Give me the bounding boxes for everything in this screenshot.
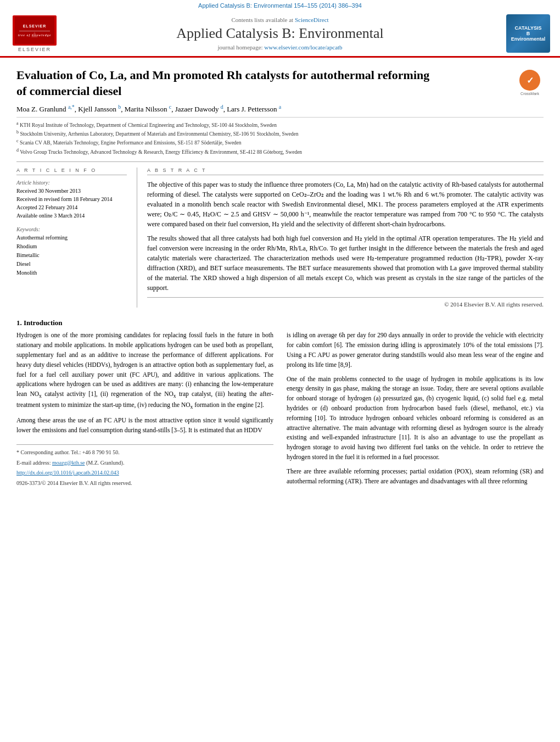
- footnotes-section: * Corresponding author. Tel.: +46 8 790 …: [16, 444, 273, 487]
- received-date: Received 30 November 2013 Received in re…: [16, 187, 127, 220]
- body-para-1: Hydrogen is one of the more promising ca…: [16, 331, 273, 411]
- elsevier-label: ELSEVIER: [18, 47, 51, 52]
- author-dawody: Jazaer Dawody d,: [175, 105, 227, 113]
- copyright-line: © 2014 Elsevier B.V. All rights reserved…: [147, 297, 544, 308]
- keyword-3: Bimetallic: [16, 251, 127, 260]
- article-body: 1. Introduction Hydrogen is one of the m…: [0, 313, 560, 496]
- abstract-column: A B S T R A C T The objective of this pa…: [137, 168, 544, 308]
- keywords-label: Keywords:: [16, 226, 127, 232]
- authors-line: Moa Z. Granlund a,*, Kjell Jansson b, Ma…: [16, 103, 544, 113]
- affiliation-b: b Stockholm University, Arrhenius Labora…: [16, 129, 544, 138]
- footnote-corresponding: * Corresponding author. Tel.: +46 8 790 …: [16, 448, 273, 457]
- journal-header: ELSEVIER tree of knowledge ELSEVIER Cont…: [0, 10, 560, 57]
- main-content-area: A R T I C L E I N F O Article history: R…: [16, 161, 544, 308]
- footnote-doi: http://dx.doi.org/10.1016/j.apcatb.2014.…: [16, 468, 273, 477]
- keyword-2: Rhodium: [16, 242, 127, 251]
- sciencedirect-link[interactable]: ScienceDirect: [295, 16, 329, 23]
- abstract-title: A B S T R A C T: [147, 168, 544, 175]
- footnote-issn: 0926-3373/© 2014 Elsevier B.V. All right…: [16, 479, 273, 488]
- svg-rect-0: [15, 16, 54, 44]
- article-title-section: Evaluation of Co, La, and Mn promoted Rh…: [16, 68, 544, 99]
- footnote-email: E-mail address: moazg@kth.se (M.Z. Granl…: [16, 459, 273, 467]
- journal-citation: Applied Catalysis B: Environmental 154–1…: [198, 2, 362, 9]
- body-left-column: Hydrogen is one of the more promising ca…: [16, 331, 273, 490]
- crossmark-icon: ✓: [519, 70, 540, 91]
- keywords-block: Keywords: Autothermal reforming Rhodium …: [16, 226, 127, 277]
- article-title: Evaluation of Co, La, and Mn promoted Rh…: [16, 68, 434, 99]
- article-info-title: A R T I C L E I N F O: [16, 168, 127, 175]
- affiliations-section: a KTH Royal Institute of Technology, Dep…: [16, 117, 544, 157]
- body-columns: Hydrogen is one of the more promising ca…: [16, 331, 544, 490]
- affiliation-a: a KTH Royal Institute of Technology, Dep…: [16, 120, 544, 129]
- sciencedirect-info: Contents lists available at ScienceDirec…: [59, 16, 501, 23]
- keywords-list: Autothermal reforming Rhodium Bimetallic…: [16, 233, 127, 277]
- crossmark-label: CrossMark: [520, 92, 539, 96]
- article-section: Evaluation of Co, La, and Mn promoted Rh…: [0, 58, 560, 313]
- keyword-5: Monolith: [16, 269, 127, 277]
- section-1-heading: 1. Introduction: [16, 319, 544, 327]
- doi-link[interactable]: http://dx.doi.org/10.1016/j.apcatb.2014.…: [16, 470, 119, 476]
- affiliation-d: d Volvo Group Trucks Technology, Advance…: [16, 147, 544, 156]
- abstract-body: The objective of this paper was to study…: [147, 180, 544, 293]
- author-granlund: Moa Z. Granlund a,*,: [16, 105, 78, 113]
- keyword-4: Diesel: [16, 260, 127, 269]
- journal-center: Contents lists available at ScienceDirec…: [59, 16, 501, 51]
- author-nilsson: Marita Nilsson c,: [125, 105, 175, 113]
- body-right-para-3: There are three available reforming proc…: [287, 467, 544, 487]
- author-pettersson: Lars J. Pettersson a: [227, 105, 281, 113]
- author-jansson: Kjell Jansson b,: [78, 105, 124, 113]
- journal-homepage-link[interactable]: www.elsevier.com/locate/apcatb: [264, 44, 342, 51]
- abstract-para-1: The objective of this paper was to study…: [147, 180, 544, 229]
- journal-title: Applied Catalysis B: Environmental: [59, 25, 501, 42]
- affiliation-c: c Scania CV AB, Materials Technology, En…: [16, 138, 544, 147]
- journal-volume-info: Applied Catalysis B: Environmental 154–1…: [0, 0, 560, 10]
- body-para-2: Among these areas the use of an FC APU i…: [16, 416, 273, 436]
- elsevier-logo-image: ELSEVIER tree of knowledge: [13, 15, 57, 46]
- body-right-column: is idling on average 6h per day for 290 …: [287, 331, 544, 490]
- crossmark-badge[interactable]: ✓ CrossMark: [516, 70, 544, 96]
- word-would: would: [224, 417, 240, 423]
- article-history-block: Article history: Received 30 November 20…: [16, 180, 127, 220]
- abstract-para-2: The results showed that all three cataly…: [147, 233, 544, 293]
- journal-homepage: journal homepage: www.elsevier.com/locat…: [59, 44, 501, 51]
- email-link[interactable]: moazg@kth.se: [52, 460, 85, 466]
- body-right-para-1: is idling on average 6h per day for 290 …: [287, 331, 544, 370]
- history-label: Article history:: [16, 180, 127, 186]
- catalysis-logo-container: CATALYSISBEnvironmental: [501, 14, 550, 53]
- keyword-1: Autothermal reforming: [16, 233, 127, 242]
- body-right-para-2: One of the main problems connected to th…: [287, 375, 544, 462]
- article-info-column: A R T I C L E I N F O Article history: R…: [16, 168, 137, 308]
- svg-rect-2: [19, 31, 50, 31]
- svg-text:ELSEVIER: ELSEVIER: [23, 24, 47, 28]
- elsevier-logo: ELSEVIER tree of knowledge ELSEVIER: [10, 15, 59, 52]
- catalysis-logo-image: CATALYSISBEnvironmental: [506, 14, 550, 53]
